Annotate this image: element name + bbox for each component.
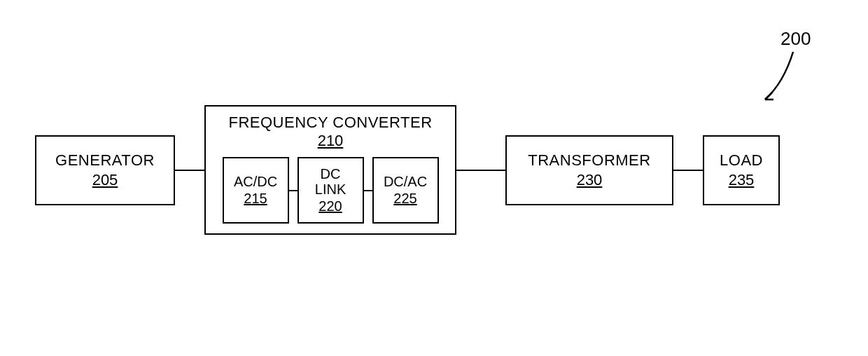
transformer-label: TRANSFORMER: [528, 151, 650, 170]
dcac-label: DC/AC: [384, 174, 427, 189]
transformer-number: 230: [577, 171, 603, 189]
reference-number: 200: [780, 28, 811, 50]
connector-line: [175, 170, 204, 171]
generator-number: 205: [92, 171, 118, 189]
acdc-block: AC/DC 215: [223, 157, 289, 224]
load-number: 235: [729, 171, 755, 189]
connector-line: [289, 190, 298, 191]
transformer-block: TRANSFORMER 230: [505, 135, 673, 205]
generator-label: GENERATOR: [55, 151, 155, 170]
dclink-label-1: DC: [321, 166, 341, 182]
dclink-block: DC LINK 220: [298, 157, 364, 224]
connector-line: [673, 170, 703, 171]
reference-arrow-curve: [760, 50, 798, 105]
connector-line: [364, 190, 372, 191]
frequency-converter-label: FREQUENCY CONVERTER: [228, 114, 432, 132]
figure-reference: 200: [760, 28, 816, 98]
block-diagram: GENERATOR 205 FREQUENCY CONVERTER 210 AC…: [35, 105, 780, 235]
load-block: LOAD 235: [703, 135, 780, 205]
load-label: LOAD: [720, 151, 763, 170]
acdc-number: 215: [244, 191, 267, 207]
frequency-converter-inner: AC/DC 215 DC LINK 220 DC/AC 225: [223, 157, 439, 224]
dclink-number: 220: [318, 198, 342, 214]
frequency-converter-block: FREQUENCY CONVERTER 210 AC/DC 215 DC LIN…: [204, 105, 456, 235]
dcac-number: 225: [393, 191, 416, 207]
dcac-block: DC/AC 225: [372, 157, 439, 224]
frequency-converter-number: 210: [318, 132, 344, 150]
acdc-label: AC/DC: [234, 174, 277, 189]
dclink-label-2: LINK: [315, 182, 346, 197]
generator-block: GENERATOR 205: [35, 135, 175, 205]
connector-line: [456, 170, 505, 171]
